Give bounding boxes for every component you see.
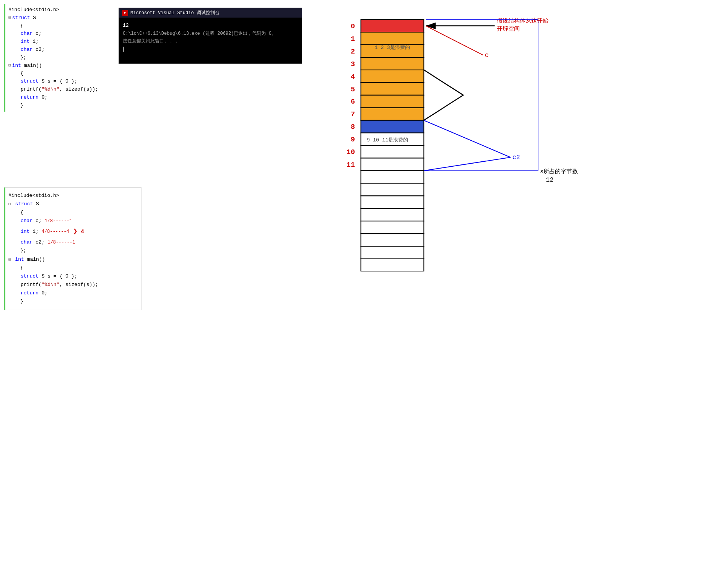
bc-char-c: char c; 1/8------1: [8, 217, 138, 225]
memory-diagram: 0 1 2 3 4 5 6 7 8 9 10 11 假设结构体从这开始 开辟空间…: [314, 4, 581, 271]
svg-rect-10: [361, 146, 424, 158]
svg-text:开辟空间: 开辟空间: [497, 26, 520, 32]
svg-text:c2: c2: [512, 154, 520, 161]
svg-rect-16: [361, 221, 424, 234]
svg-rect-8: [361, 120, 424, 133]
code-line-close-struct: };: [8, 54, 110, 62]
svg-text:10: 10: [347, 148, 355, 156]
console-title-bar: ▶ Microsoft Visual Studio 调试控制台: [119, 8, 302, 18]
bc-close-struct: };: [8, 247, 138, 255]
code-line-close-main: }: [8, 102, 110, 110]
bc-result: 4: [81, 227, 84, 237]
svg-line-39: [424, 157, 510, 171]
vs-console-window: ▶ Microsoft Visual Studio 调试控制台 12 C:\lc…: [119, 8, 302, 64]
code-line-char-c: char c;: [8, 30, 110, 38]
bc-char-c2: char c2; 1/8------1: [8, 238, 138, 247]
console-icon: ▶: [122, 10, 128, 16]
bc-arrow-icon: ❯: [73, 225, 78, 238]
bc-struct: ⊟ struct S: [8, 200, 138, 208]
svg-rect-12: [361, 171, 424, 183]
svg-text:12: 12: [546, 176, 553, 184]
svg-rect-17: [361, 234, 424, 246]
svg-rect-4: [361, 70, 424, 83]
bc-main-brace: {: [8, 264, 138, 272]
console-title-text: Microsoft Visual Studio 调试控制台: [130, 10, 220, 16]
svg-text:5: 5: [351, 86, 355, 94]
code-line-char-c2: char c2;: [8, 46, 110, 54]
bc-int-i-annotation: 4/8------4: [42, 228, 69, 236]
console-output-number: 12: [123, 21, 298, 30]
bc-struct-s: struct S s = { 0 };: [8, 272, 138, 281]
svg-text:c: c: [485, 52, 489, 59]
bc-return: return 0;: [8, 289, 138, 297]
code-line-struct-s: struct S s = { 0 };: [8, 78, 110, 86]
svg-text:2: 2: [351, 48, 355, 56]
console-close-message: 按任意键关闭此窗口. . .: [123, 37, 298, 45]
bc-char-c2-annotation: 1/8------1: [47, 239, 75, 246]
svg-rect-0: [361, 19, 424, 32]
console-body: 12 C:\lc\C++6.13\Debug\6.13.exe (进程 2069…: [119, 18, 302, 63]
code-line-brace1: {: [8, 22, 110, 30]
svg-text:3: 3: [351, 60, 355, 68]
svg-rect-13: [361, 183, 424, 196]
bottom-code-panel: #include<stdio.h> ⊟ struct S { char c; 1…: [4, 187, 142, 310]
svg-text:1 2 3是浪费的: 1 2 3是浪费的: [375, 44, 410, 50]
svg-rect-7: [361, 108, 424, 120]
svg-rect-18: [361, 246, 424, 259]
bc-include: #include<stdio.h>: [8, 192, 138, 200]
code-line-struct: ⊟ struct S: [8, 14, 110, 22]
svg-rect-14: [361, 196, 424, 208]
svg-line-35: [426, 26, 483, 55]
svg-text:0: 0: [351, 23, 355, 31]
bc-main: ⊟ int main(): [8, 255, 138, 264]
svg-rect-1: [361, 32, 424, 45]
svg-rect-15: [361, 208, 424, 221]
svg-text:8: 8: [351, 123, 355, 131]
svg-text:7: 7: [351, 110, 355, 119]
bc-int-i: int i; 4/8------4 ❯ 4: [8, 225, 138, 238]
code-line-int-i: int i;: [8, 38, 110, 46]
code-line-return: return 0;: [8, 94, 110, 102]
bc-close-main: }: [8, 297, 138, 306]
code-line-include: #include<stdio.h>: [8, 6, 110, 14]
top-code-panel: #include<stdio.h> ⊟ struct S { char c; i…: [4, 4, 113, 112]
svg-text:6: 6: [351, 98, 355, 106]
svg-text:假设结构体从这开始: 假设结构体从这开始: [497, 18, 548, 24]
bottom-code-content: #include<stdio.h> ⊟ struct S { char c; 1…: [8, 190, 138, 307]
console-exit-message: C:\lc\C++6.13\Debug\6.13.exe (进程 20692)已…: [123, 30, 298, 37]
svg-rect-6: [361, 95, 424, 108]
code-line-main: ⊟ int main(): [8, 62, 110, 70]
svg-line-38: [424, 120, 510, 158]
svg-rect-19: [361, 259, 424, 271]
svg-rect-11: [361, 158, 424, 171]
code-line-main-brace: {: [8, 70, 110, 78]
memory-svg: 0 1 2 3 4 5 6 7 8 9 10 11 假设结构体从这开始 开辟空间…: [314, 4, 581, 271]
svg-text:1: 1: [351, 35, 355, 43]
svg-rect-3: [361, 57, 424, 70]
svg-text:9 10 11是浪费的: 9 10 11是浪费的: [367, 137, 408, 143]
svg-text:4: 4: [351, 73, 355, 81]
svg-text:11: 11: [347, 161, 355, 169]
code-line-printf: printf("%d\n", sizeof(s));: [8, 86, 110, 94]
bc-brace1: {: [8, 208, 138, 217]
bc-printf: printf("%d\n", sizeof(s));: [8, 281, 138, 289]
svg-text:9: 9: [351, 136, 355, 144]
svg-rect-5: [361, 83, 424, 95]
svg-text:s所占的字节数: s所占的字节数: [540, 168, 578, 175]
bc-char-c-annotation: 1/8------1: [45, 217, 72, 225]
